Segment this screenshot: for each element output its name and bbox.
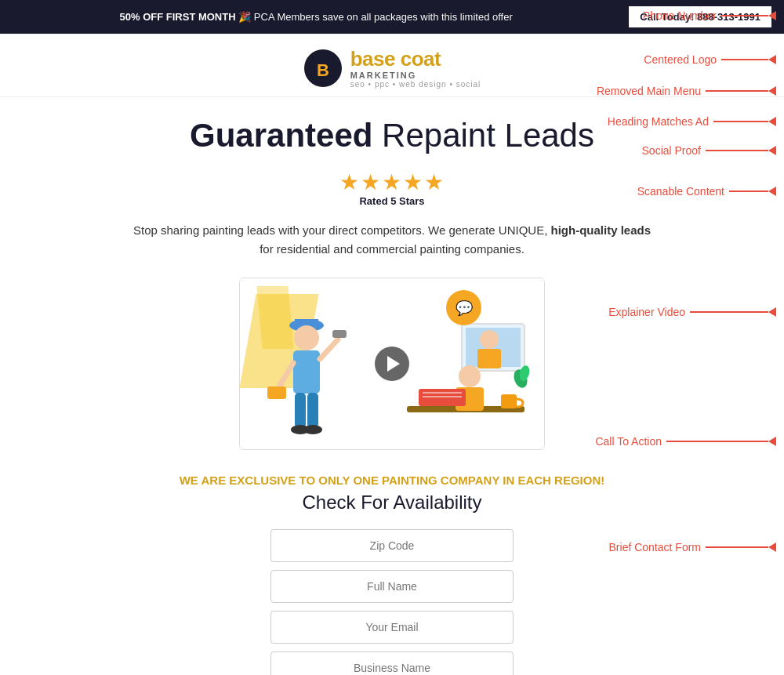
annotation-form-text: Brief Contact Form [609,541,701,553]
call-button[interactable]: Call Today! 888-313-1991 [629,6,771,27]
heading-regular: Repaint Leads [372,117,594,154]
main-heading: Guaranteed Repaint Leads [110,116,674,155]
svg-point-4 [294,325,319,350]
logo-sub-text: MARKETING [350,71,481,80]
svg-point-14 [303,425,322,434]
svg-rect-11 [295,393,306,428]
contact-form: Your email is kept private. We will neve… [270,529,514,675]
full-name-input[interactable] [270,570,514,603]
annotation-form: Brief Contact Form [609,541,776,553]
logo-main-text: base coat [350,47,441,71]
speech-bubble: 💬 [446,290,481,325]
play-button[interactable] [375,347,409,381]
description-text: Stop sharing painting leads with your di… [110,210,674,270]
desk-svg [399,320,532,445]
svg-rect-18 [477,349,501,368]
annotation-heading-arrow [713,117,776,126]
annotation-scanable-arrow [729,187,776,196]
email-input[interactable] [270,611,514,644]
header: B base coat MARKETING seo • ppc • web de… [0,34,784,97]
svg-line-8 [279,363,293,386]
top-bar: 50% OFF FIRST MONTH 🎉 PCA Members save o… [0,0,784,34]
desc-part2: for residential and commercial painting … [260,242,524,256]
topbar-rest: 🎉 PCA Members save on all packages with … [238,11,513,23]
topbar-message: 50% OFF FIRST MONTH 🎉 PCA Members save o… [13,11,619,23]
exclusive-text: We are exclusive to ONLY ONE painting co… [110,474,674,487]
heading-section: Guaranteed Repaint Leads [110,97,674,163]
check-availability-heading: Check For Availability [110,492,674,514]
svg-rect-23 [423,392,462,394]
topbar-highlight: 50% OFF FIRST MONTH [120,11,236,23]
video-container[interactable]: 💬 [239,278,545,450]
exclusive-part2: painting company in each region! [379,474,604,487]
logo-text-block: base coat MARKETING seo • ppc • web desi… [350,48,481,89]
logo-main: base coat [350,48,481,71]
video-container-wrapper: 💬 [110,270,674,466]
svg-line-6 [320,339,338,359]
svg-rect-10 [267,386,286,399]
main-content: Guaranteed Repaint Leads Heading Matches… [94,97,690,675]
logo-icon: B [303,49,343,88]
annotation-form-arrow [706,543,776,552]
svg-point-17 [480,330,499,349]
annotation-social-arrow [706,146,776,155]
desc-part1: Stop sharing painting leads with your di… [133,223,550,237]
zip-code-input[interactable] [270,529,514,562]
exclusive-bold: ONLY ONE [318,474,379,487]
svg-rect-12 [307,393,318,428]
logo-container: B base coat MARKETING seo • ppc • web de… [303,48,481,89]
svg-rect-24 [423,396,462,397]
svg-rect-5 [293,350,320,394]
annotation-cta-arrow [666,437,776,446]
desc-bold: high-quality leads [550,223,651,237]
svg-text:B: B [317,60,329,80]
logo-tagline: seo • ppc • web design • social [350,80,481,89]
business-name-input[interactable] [270,651,514,675]
exclusive-part1: We are exclusive to [180,474,319,487]
rated-text: Rated 5 Stars [110,195,674,207]
svg-rect-7 [332,330,347,338]
star-rating: ★★★★★ [110,169,674,195]
annotation-video-arrow [690,307,776,317]
svg-rect-25 [501,394,517,408]
painter-svg [263,308,350,441]
social-proof-section: ★★★★★ Rated 5 Stars [110,163,674,210]
heading-bold: Guaranteed [190,117,372,154]
cta-section: We are exclusive to ONLY ONE painting co… [110,466,674,529]
page-wrapper: 50% OFF FIRST MONTH 🎉 PCA Members save o… [0,0,784,675]
svg-point-20 [459,365,481,387]
